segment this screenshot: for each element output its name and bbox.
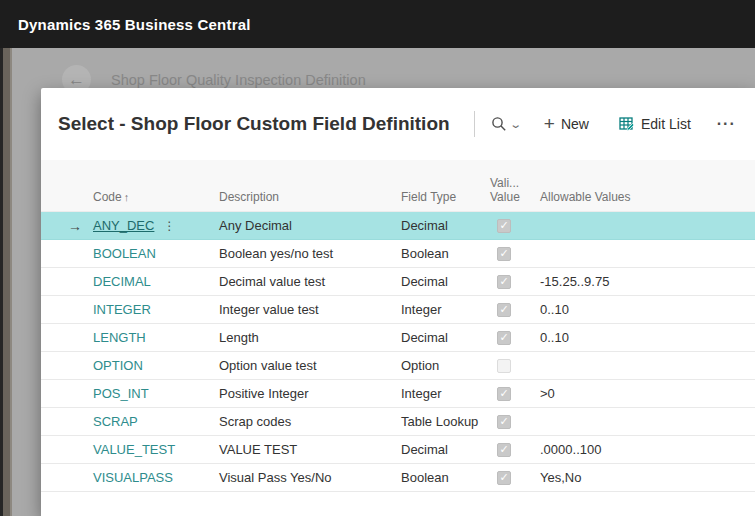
description-cell: Positive Integer (211, 386, 393, 401)
field-type-cell: Integer (393, 386, 481, 401)
validate-header-line1: Vali... (490, 176, 527, 190)
validate-checkbox: ✓ (497, 387, 511, 401)
table-row[interactable]: POS_INT Positive Integer Integer ✓ >0 (41, 380, 755, 408)
field-type-cell: Decimal (393, 274, 481, 289)
description-cell: Length (211, 330, 393, 345)
description-cell: VALUE TEST (211, 442, 393, 457)
code-link[interactable]: VALUE_TEST (93, 442, 175, 457)
validate-value-cell: ✓ (481, 247, 527, 261)
field-type-cell: Table Lookup (393, 414, 481, 429)
breadcrumb: ← Shop Floor Quality Inspection Definiti… (0, 48, 755, 90)
table-row[interactable]: LENGTH Length Decimal ✓ 0..10 (41, 324, 755, 352)
description-cell: Visual Pass Yes/No (211, 470, 393, 485)
table-row[interactable]: SCRAP Scrap codes Table Lookup ✓ (41, 408, 755, 436)
page-title: Select - Shop Floor Custom Field Definit… (58, 113, 450, 135)
field-type-cell: Integer (393, 302, 481, 317)
chevron-down-icon[interactable]: ⌄ (509, 118, 522, 131)
validate-value-cell: ✓ (481, 471, 527, 485)
code-header-label: Code (93, 190, 122, 204)
column-header-description[interactable]: Description (211, 190, 393, 211)
validate-header-line2: Value (490, 190, 527, 204)
validate-checkbox: ✓ (497, 415, 511, 429)
description-cell: Integer value test (211, 302, 393, 317)
code-link[interactable]: OPTION (93, 358, 143, 373)
search-button[interactable]: ⌄ (491, 116, 520, 132)
validate-checkbox: ✓ (497, 331, 511, 345)
edit-list-icon (619, 116, 635, 132)
code-link[interactable]: ANY_DEC (93, 218, 154, 233)
back-arrow-icon: ← (68, 70, 85, 90)
field-definition-table: Code↑ Description Field Type Vali... Val… (41, 160, 755, 492)
validate-checkbox: ✓ (497, 303, 511, 317)
field-type-cell: Boolean (393, 470, 481, 485)
validate-checkbox: ✓ (497, 219, 511, 233)
code-link[interactable]: DECIMAL (93, 274, 151, 289)
validate-value-cell: ✓ (481, 303, 527, 317)
validate-value-cell (481, 359, 527, 373)
row-selection-marker: → (41, 218, 85, 234)
validate-value-cell: ✓ (481, 415, 527, 429)
dialog-header: Select - Shop Floor Custom Field Definit… (41, 88, 755, 140)
description-cell: Boolean yes/no test (211, 246, 393, 261)
table-header-row: Code↑ Description Field Type Vali... Val… (41, 160, 755, 212)
edit-list-label: Edit List (641, 116, 691, 132)
column-header-validate-value[interactable]: Vali... Value (481, 176, 527, 211)
validate-value-cell: ✓ (481, 219, 527, 233)
code-link[interactable]: INTEGER (93, 302, 151, 317)
allowable-values-cell: -15.25..9.75 (527, 274, 755, 289)
description-cell: Option value test (211, 358, 393, 373)
validate-checkbox: ✓ (497, 275, 511, 289)
allowable-values-cell: 0..10 (527, 302, 755, 317)
allowable-values-cell: Yes,No (527, 470, 755, 485)
row-options-icon[interactable]: ⋮ (163, 221, 175, 231)
column-header-allowable-values[interactable]: Allowable Values (527, 190, 755, 211)
description-cell: Scrap codes (211, 414, 393, 429)
dialog-toolbar: ⌄ + New Edit List (474, 111, 740, 137)
table-row[interactable]: VALUE_TEST VALUE TEST Decimal ✓ .0000..1… (41, 436, 755, 464)
breadcrumb-label: Shop Floor Quality Inspection Definition (111, 72, 366, 88)
allowable-values-cell: >0 (527, 386, 755, 401)
allowable-values-cell: 0..10 (527, 330, 755, 345)
field-type-cell: Decimal (393, 330, 481, 345)
validate-checkbox: ✓ (497, 443, 511, 457)
validate-value-cell: ✓ (481, 443, 527, 457)
app-top-bar: Dynamics 365 Business Central (0, 0, 755, 48)
code-link[interactable]: SCRAP (93, 414, 138, 429)
validate-value-cell: ✓ (481, 331, 527, 345)
new-button[interactable]: + New (542, 112, 591, 136)
table-row[interactable]: INTEGER Integer value test Integer ✓ 0..… (41, 296, 755, 324)
code-link[interactable]: BOOLEAN (93, 246, 156, 261)
nav-sliver (0, 48, 12, 516)
validate-checkbox (497, 359, 511, 373)
field-type-cell: Option (393, 358, 481, 373)
code-link[interactable]: VISUALPASS (93, 470, 173, 485)
validate-value-cell: ✓ (481, 387, 527, 401)
validate-checkbox: ✓ (497, 471, 511, 485)
column-header-selection (41, 204, 85, 211)
code-link[interactable]: POS_INT (93, 386, 149, 401)
table-row[interactable]: OPTION Option value test Option (41, 352, 755, 380)
table-body: → ANY_DEC ⋮ Any Decimal Decimal ✓ BOOLEA… (41, 212, 755, 492)
column-header-field-type[interactable]: Field Type (393, 190, 481, 211)
validate-value-cell: ✓ (481, 275, 527, 289)
edit-list-button[interactable]: Edit List (617, 112, 693, 136)
more-options-button[interactable]: ··· (713, 115, 740, 133)
column-header-code[interactable]: Code↑ (85, 190, 211, 211)
code-link[interactable]: LENGTH (93, 330, 146, 345)
search-icon (491, 116, 507, 132)
plus-icon: + (544, 117, 555, 131)
select-dialog: Select - Shop Floor Custom Field Definit… (41, 88, 755, 516)
table-row[interactable]: BOOLEAN Boolean yes/no test Boolean ✓ (41, 240, 755, 268)
sort-ascending-icon: ↑ (124, 191, 130, 203)
table-row[interactable]: → ANY_DEC ⋮ Any Decimal Decimal ✓ (41, 212, 755, 240)
validate-checkbox: ✓ (497, 247, 511, 261)
new-button-label: New (561, 116, 589, 132)
field-type-cell: Decimal (393, 442, 481, 457)
description-cell: Decimal value test (211, 274, 393, 289)
field-type-cell: Boolean (393, 246, 481, 261)
table-row[interactable]: VISUALPASS Visual Pass Yes/No Boolean ✓ … (41, 464, 755, 492)
table-row[interactable]: DECIMAL Decimal value test Decimal ✓ -15… (41, 268, 755, 296)
app-title[interactable]: Dynamics 365 Business Central (18, 16, 251, 33)
allowable-values-cell: .0000..100 (527, 442, 755, 457)
field-type-cell: Decimal (393, 218, 481, 233)
